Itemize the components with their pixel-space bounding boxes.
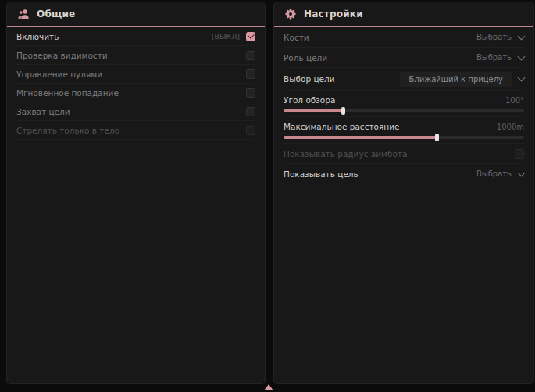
panel-settings-header: Настройки <box>274 2 533 26</box>
gear-icon <box>284 8 297 20</box>
toggle-row-visibility-check[interactable]: Проверка видимости <box>16 46 255 65</box>
dropdown-value: Выбрать <box>476 169 512 178</box>
setting-label: Роль цели <box>284 53 327 62</box>
chevron-down-icon <box>518 52 526 60</box>
slider-value: 100° <box>505 96 524 105</box>
panel-general-title: Общие <box>37 9 75 20</box>
setting-label: Кости <box>284 33 309 42</box>
dropdown-row-target-role[interactable]: Роль цели Выбрать <box>284 48 524 68</box>
slider-value: 1000m <box>497 123 524 131</box>
dropdown-value: Выбрать <box>476 33 512 41</box>
toggle-label: Управление пулями <box>16 69 102 79</box>
dropdown-value: Ближайший к прицелу <box>400 72 512 87</box>
slider-handle[interactable] <box>341 107 345 115</box>
chevron-down-icon <box>518 169 526 176</box>
slider-fill <box>284 136 437 139</box>
toggle-row-body-only[interactable]: Стрелять только в тело <box>16 121 255 140</box>
toggle-label: Включить <box>16 32 59 41</box>
instant-hit-checkbox[interactable] <box>246 88 255 98</box>
target-role-dropdown[interactable]: Выбрать <box>476 53 524 62</box>
setting-label: Показывать цель <box>284 169 358 179</box>
target-select-dropdown[interactable]: Ближайший к прицелу <box>400 72 524 87</box>
toggle-label: Захват цели <box>16 107 70 116</box>
panel-general-header: Общие <box>7 2 265 26</box>
bones-dropdown[interactable]: Выбрать <box>476 33 524 41</box>
dropdown-row-bones[interactable]: Кости Выбрать <box>284 27 524 48</box>
check-icon <box>248 32 254 38</box>
max-distance-slider[interactable] <box>284 136 524 139</box>
panel-general-rows: Включить [ВЫКЛ] Проверка видимости Управ… <box>7 27 265 140</box>
slider-handle[interactable] <box>435 134 439 141</box>
fov-slider[interactable] <box>284 109 524 112</box>
chevron-down-icon <box>518 74 526 82</box>
toggle-row-instant-hit[interactable]: Мгновенное попадание <box>16 84 255 102</box>
toggle-label: Проверка видимости <box>16 51 108 60</box>
dropdown-row-target-select[interactable]: Выбор цели Ближайший к прицелу <box>284 68 524 91</box>
setting-label: Выбор цели <box>284 74 335 84</box>
slider-row-max-distance: Максимальное расстояние 1000m <box>284 117 524 144</box>
mod-menu-screen: Общие Включить [ВЫКЛ] Проверка видимости… <box>0 0 535 392</box>
toggle-row-show-aimbot-radius[interactable]: Показывать радиус аимбота <box>284 144 524 164</box>
scroll-up-indicator[interactable] <box>264 384 273 390</box>
users-icon <box>17 8 30 20</box>
keybind-hint: [ВЫКЛ] <box>212 32 240 41</box>
panel-settings-title: Настройки <box>304 9 363 20</box>
show-target-dropdown[interactable]: Выбрать <box>476 169 524 178</box>
bullet-control-checkbox[interactable] <box>246 69 255 79</box>
panel-settings: Настройки Кости Выбрать Роль цели Выбрат… <box>273 2 534 384</box>
toggle-row-target-lock[interactable]: Захват цели <box>16 102 255 121</box>
enable-checkbox[interactable] <box>246 32 255 41</box>
panel-general: Общие Включить [ВЫКЛ] Проверка видимости… <box>6 2 266 384</box>
toggle-row-bullet-control[interactable]: Управление пулями <box>16 65 255 84</box>
toggle-label: Мгновенное попадание <box>16 88 119 98</box>
slider-fill <box>284 109 344 112</box>
setting-label: Угол обзора <box>284 95 335 105</box>
setting-label: Максимальное расстояние <box>284 122 399 131</box>
toggle-label: Стрелять только в тело <box>16 126 119 135</box>
slider-row-fov: Угол обзора 100° <box>284 91 524 117</box>
setting-label: Показывать радиус аимбота <box>284 149 407 159</box>
visibility-check-checkbox[interactable] <box>246 51 255 60</box>
panel-settings-rows: Кости Выбрать Роль цели Выбрать Выбор це… <box>274 27 533 184</box>
toggle-row-enable[interactable]: Включить [ВЫКЛ] <box>16 27 255 46</box>
show-aimbot-radius-checkbox[interactable] <box>515 149 524 159</box>
target-lock-checkbox[interactable] <box>246 107 255 116</box>
dropdown-row-show-target[interactable]: Показывать цель Выбрать <box>284 164 524 184</box>
body-only-checkbox[interactable] <box>246 126 255 135</box>
dropdown-value: Выбрать <box>476 53 512 62</box>
chevron-down-icon <box>518 32 526 40</box>
